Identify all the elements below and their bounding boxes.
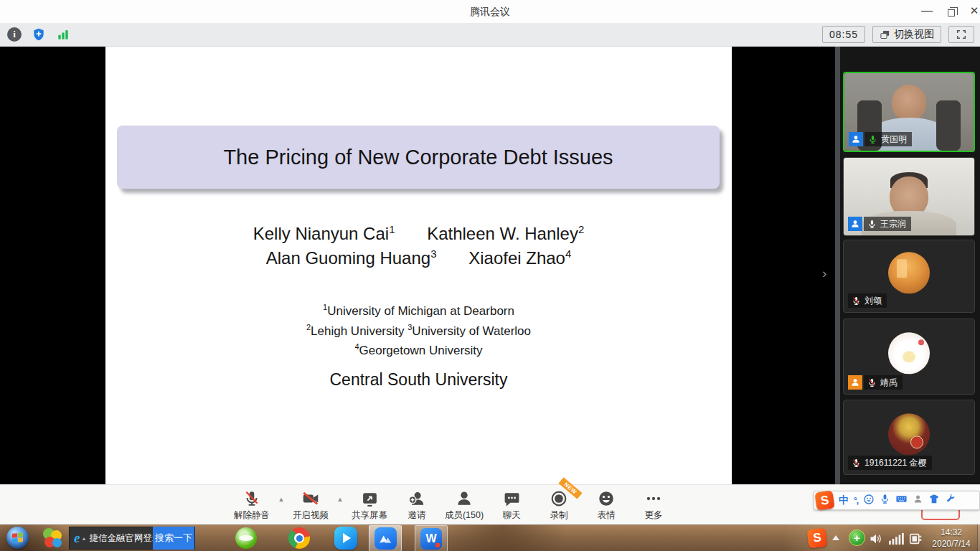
members-icon: [455, 489, 473, 508]
ime-voice-icon[interactable]: [880, 494, 890, 507]
participant-tile-speaking[interactable]: 黄国明: [843, 72, 975, 152]
mic-options-arrow[interactable]: ▲: [275, 496, 287, 503]
participant-tile[interactable]: 王宗润: [843, 157, 975, 236]
share-screen-button[interactable]: 共享屏幕: [346, 489, 393, 522]
invite-icon: [407, 489, 426, 508]
ime-keyboard-icon[interactable]: [895, 493, 908, 508]
search-query-text[interactable]: 捷信金融官网登录: [89, 532, 153, 545]
tray-power-plug-icon[interactable]: [908, 531, 924, 550]
chat-icon: [503, 489, 521, 508]
meeting-info-icon[interactable]: i: [6, 26, 23, 43]
restore-button[interactable]: [941, 0, 962, 22]
participant-tile[interactable]: 191611221 金樱: [843, 400, 975, 475]
participant-tile[interactable]: 靖禹: [843, 319, 975, 395]
participant-name-tag: 王宗润: [864, 217, 911, 231]
unmute-button[interactable]: 解除静音: [228, 489, 275, 522]
mic-muted-icon: [852, 296, 861, 306]
security-shield-icon[interactable]: [30, 26, 47, 43]
switch-view-icon: [880, 29, 890, 40]
slide-authors: Kelly Nianyun Cai1 Kathleen W. Hanley2 A…: [105, 223, 732, 272]
avatar: [888, 413, 930, 455]
participant-name-tag: 刘颂: [848, 293, 887, 308]
taskbar-search-band[interactable]: e ▲ 捷信金融官网登录 搜索一下: [69, 527, 195, 550]
mic-on-icon: [868, 135, 877, 144]
minimize-button[interactable]: —: [916, 0, 938, 22]
tencent-video-icon[interactable]: [334, 527, 357, 550]
start-button[interactable]: [6, 527, 29, 549]
record-icon: [550, 489, 568, 508]
clock-time: 14:32: [925, 527, 977, 538]
play-icon: [343, 533, 351, 543]
share-screen-icon: [361, 489, 379, 508]
sidebar-divider: [835, 47, 840, 484]
participant-name-tag: 黄国明: [864, 132, 912, 146]
window-titlebar: 腾讯会议 — ✕: [0, 0, 980, 23]
green-browser-icon[interactable]: [235, 527, 257, 549]
invite-button[interactable]: 邀请: [393, 489, 440, 522]
emoji-icon: [597, 489, 616, 508]
members-button[interactable]: 成员(150): [440, 489, 488, 522]
tencent-meeting-taskbar-button[interactable]: [369, 525, 402, 551]
status-icons: i: [6, 26, 72, 43]
tray-hidden-icons-arrow[interactable]: [832, 535, 839, 540]
status-actions: 08:55 切换视图: [822, 26, 974, 43]
mic-muted-icon: [242, 489, 261, 508]
windows-taskbar: e ▲ 捷信金融官网登录 搜索一下 W S + 14:32 2: [0, 524, 980, 551]
ime-emoji-icon[interactable]: [863, 494, 875, 508]
participants-sidebar: 黄国明 王宗润: [840, 47, 980, 484]
clock-date: 2020/7/14: [925, 538, 977, 550]
ime-skin-icon[interactable]: [928, 494, 940, 508]
taskbar-app-pinwheel-icon[interactable]: [42, 527, 63, 549]
sogou-ime-bar[interactable]: S 中 °,: [814, 491, 980, 510]
participant-role-icon: [849, 132, 863, 146]
wps-taskbar-button[interactable]: W: [415, 525, 448, 551]
shared-slide: The Pricing of New Corporate Debt Issues…: [105, 47, 732, 484]
record-button[interactable]: NEW 录制: [535, 489, 583, 522]
meeting-timer: 08:55: [822, 26, 865, 43]
ime-punctuation-toggle[interactable]: °,: [854, 496, 858, 506]
start-video-button[interactable]: 开启视频: [287, 489, 334, 522]
ime-settings-wrench-icon[interactable]: [945, 494, 956, 507]
participant-name-tag: 191611221 金樱: [848, 456, 932, 470]
avatar: [888, 252, 930, 293]
network-signal-icon[interactable]: [55, 26, 72, 43]
tray-antivirus-icon[interactable]: +: [849, 529, 865, 546]
mic-on-icon: [867, 220, 877, 229]
mic-muted-icon: [867, 378, 877, 387]
tencent-meeting-icon: [374, 527, 397, 550]
ime-account-icon[interactable]: [913, 494, 923, 507]
tray-signal-icon[interactable]: [888, 532, 904, 548]
window-title: 腾讯会议: [0, 0, 980, 23]
tencent-meeting-window: 腾讯会议 — ✕ i 08:55 切换视图: [0, 0, 980, 551]
participant-name-tag: 靖禹: [864, 375, 903, 390]
mic-muted-icon: [852, 458, 861, 468]
more-button[interactable]: 更多: [630, 489, 677, 522]
chrome-icon[interactable]: [288, 527, 310, 549]
chat-button[interactable]: 聊天: [488, 489, 535, 522]
fullscreen-icon: [956, 29, 967, 40]
ime-language-toggle[interactable]: 中: [839, 494, 849, 507]
sogou-logo-icon[interactable]: S: [814, 490, 834, 510]
sidebar-collapse-chevron-icon[interactable]: ›: [822, 265, 826, 281]
taskbar-clock[interactable]: 14:32 2020/7/14: [925, 527, 977, 550]
close-button[interactable]: ✕: [963, 0, 980, 22]
meeting-status-bar: i 08:55 切换视图: [0, 23, 980, 47]
slide-title: The Pricing of New Corporate Debt Issues: [117, 126, 720, 189]
search-history-arrow[interactable]: ▲: [81, 536, 86, 541]
slide-presented-at: Central South University: [105, 370, 732, 390]
participant-tile[interactable]: 刘颂: [843, 240, 975, 313]
participant-role-icon: [848, 217, 862, 231]
switch-view-button[interactable]: 切换视图: [872, 26, 941, 43]
tray-sogou-icon[interactable]: S: [807, 528, 828, 549]
tray-volume-icon[interactable]: [868, 532, 884, 549]
video-options-arrow[interactable]: ▲: [334, 496, 346, 503]
fullscreen-button[interactable]: [948, 26, 974, 43]
slide-affiliations: 1University of Michigan at Dearborn 2Leh…: [105, 299, 732, 359]
show-desktop-button[interactable]: [977, 524, 980, 551]
wps-icon: W: [420, 528, 442, 550]
main-stage: The Pricing of New Corporate Debt Issues…: [0, 47, 980, 484]
windows-flag-icon: [12, 532, 23, 543]
participant-role-icon: [848, 375, 862, 390]
emoji-button[interactable]: 表情: [583, 489, 630, 522]
search-go-button[interactable]: 搜索一下: [153, 527, 194, 550]
